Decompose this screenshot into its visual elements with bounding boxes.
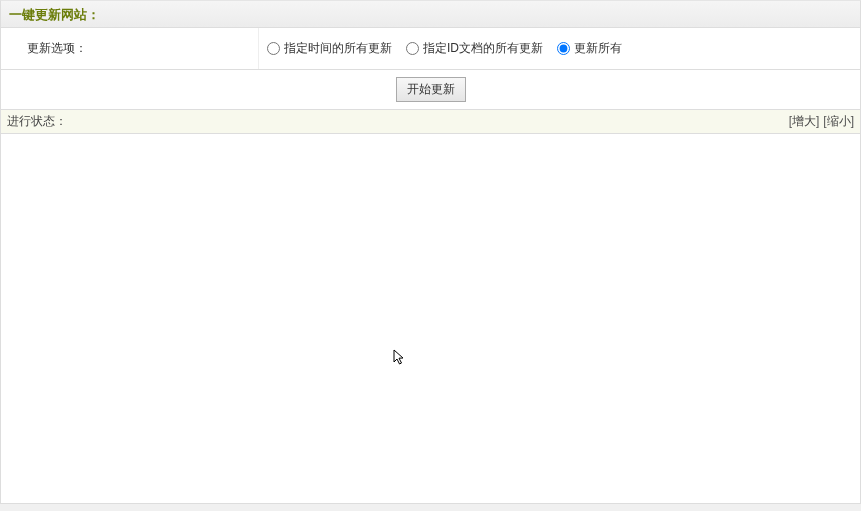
options-label: 更新选项： bbox=[1, 28, 259, 69]
radio-by-id-label: 指定ID文档的所有更新 bbox=[423, 40, 543, 57]
cursor-icon bbox=[393, 349, 407, 367]
bracket-close-icon: ] bbox=[851, 114, 854, 128]
page-title: 一键更新网站： bbox=[9, 7, 100, 22]
page-header: 一键更新网站： bbox=[0, 0, 861, 28]
radio-by-id-input[interactable] bbox=[406, 42, 419, 55]
radio-by-time-label: 指定时间的所有更新 bbox=[284, 40, 392, 57]
footer-strip bbox=[0, 504, 861, 511]
radio-all[interactable]: 更新所有 bbox=[557, 40, 622, 57]
expand-link[interactable]: [增大] bbox=[789, 113, 820, 130]
action-row: 开始更新 bbox=[0, 70, 861, 110]
status-bar: 进行状态： [增大] [缩小] bbox=[0, 110, 861, 134]
options-radios: 指定时间的所有更新 指定ID文档的所有更新 更新所有 bbox=[259, 40, 860, 57]
expand-text: 增大 bbox=[792, 114, 816, 128]
radio-all-input[interactable] bbox=[557, 42, 570, 55]
bracket-close-icon: ] bbox=[816, 114, 819, 128]
radio-by-time[interactable]: 指定时间的所有更新 bbox=[267, 40, 392, 57]
radio-all-label: 更新所有 bbox=[574, 40, 622, 57]
status-label: 进行状态： bbox=[7, 113, 67, 130]
radio-by-time-input[interactable] bbox=[267, 42, 280, 55]
options-label-text: 更新选项： bbox=[27, 40, 87, 57]
shrink-text: 缩小 bbox=[827, 114, 851, 128]
start-update-button[interactable]: 开始更新 bbox=[396, 77, 466, 102]
options-row: 更新选项： 指定时间的所有更新 指定ID文档的所有更新 更新所有 bbox=[0, 28, 861, 70]
shrink-link[interactable]: [缩小] bbox=[823, 113, 854, 130]
radio-by-id[interactable]: 指定ID文档的所有更新 bbox=[406, 40, 543, 57]
output-area bbox=[0, 134, 861, 504]
status-links: [增大] [缩小] bbox=[789, 113, 854, 130]
